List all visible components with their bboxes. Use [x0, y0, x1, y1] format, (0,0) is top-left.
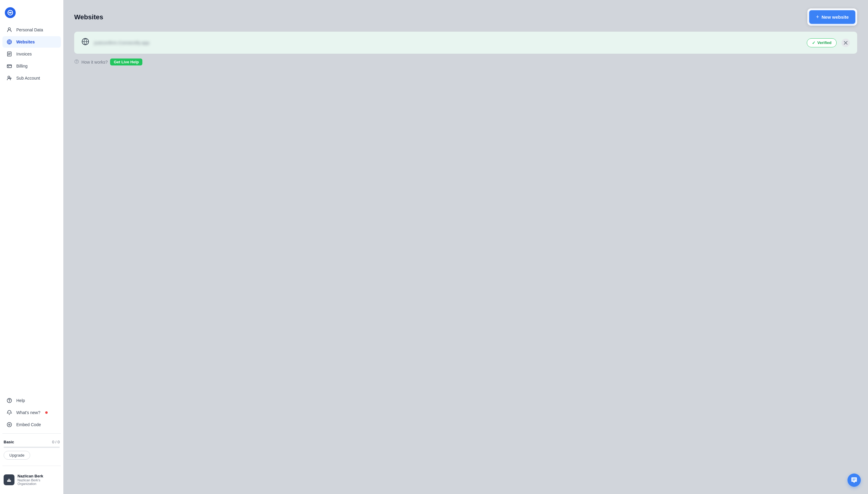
svg-point-6 — [8, 76, 9, 78]
sidebar-item-sub-account[interactable]: Sub Account — [2, 72, 61, 84]
svg-point-9 — [9, 424, 10, 425]
upgrade-button[interactable]: Upgrade — [4, 451, 30, 460]
billing-icon — [6, 63, 13, 69]
website-row: justconfirm.Connectify.app ✓ Verified — [74, 32, 857, 54]
embed-icon — [6, 422, 13, 428]
verified-badge: ✓ Verified — [807, 38, 837, 48]
user-org: Nazlican Berk's Organization — [18, 478, 60, 486]
remove-website-button[interactable] — [842, 39, 850, 47]
divider-2 — [2, 466, 61, 466]
sidebar-item-label: Embed Code — [16, 422, 41, 427]
logo-area[interactable] — [0, 5, 63, 24]
sidebar-item-label: Personal Data — [16, 27, 43, 32]
sidebar-item-personal-data[interactable]: Personal Data — [2, 24, 61, 36]
check-icon: ✓ — [812, 40, 815, 45]
question-circle-icon — [74, 59, 79, 65]
websites-list: justconfirm.Connectify.app ✓ Verified Ho… — [63, 32, 868, 76]
app-logo[interactable] — [5, 7, 16, 18]
sidebar: Personal Data Websites Invoices — [0, 0, 63, 494]
sidebar-item-help[interactable]: Help — [2, 395, 61, 406]
globe-icon — [6, 39, 13, 45]
invoice-icon — [6, 51, 13, 57]
new-website-label: New website — [822, 15, 849, 20]
sidebar-item-label: Invoices — [16, 52, 32, 56]
user-info: Nazlican Berk Nazlican Berk's Organizati… — [18, 474, 60, 486]
notification-dot — [45, 411, 47, 414]
bell-icon — [6, 410, 13, 415]
website-url: justconfirm.Connectify.app — [94, 40, 802, 45]
sidebar-nav: Personal Data Websites Invoices — [0, 24, 63, 210]
svg-point-8 — [7, 422, 12, 427]
sidebar-item-embed-code[interactable]: Embed Code — [2, 419, 61, 430]
sidebar-item-label: Billing — [16, 64, 27, 69]
usage-section: Basic 0 / 0 Upgrade — [0, 437, 63, 463]
how-it-works-text: How it works? — [81, 60, 108, 64]
new-website-button[interactable]: + New website — [809, 10, 855, 24]
sidebar-item-label: Sub Account — [16, 76, 40, 80]
main-content: Websites + New website justconfirm.Conne… — [63, 0, 868, 494]
svg-rect-4 — [7, 65, 12, 68]
page-title: Websites — [74, 13, 103, 21]
usage-bar — [4, 446, 60, 448]
sub-account-icon — [6, 75, 13, 81]
user-name: Nazlican Berk — [18, 474, 60, 478]
sidebar-item-whats-new[interactable]: What's new? — [2, 407, 61, 418]
sidebar-item-invoices[interactable]: Invoices — [2, 48, 61, 60]
avatar — [4, 474, 15, 485]
svg-point-1 — [8, 28, 10, 30]
main-header: Websites + New website — [63, 0, 868, 32]
divider — [2, 433, 61, 434]
get-live-help-button[interactable]: Get Live Help — [110, 58, 142, 65]
verified-label: Verified — [817, 40, 831, 45]
sidebar-bottom: Help What's new? Embed Code — [0, 395, 63, 430]
plan-label: Basic — [4, 440, 14, 444]
svg-rect-5 — [8, 66, 9, 67]
website-globe-icon — [81, 38, 89, 48]
plus-icon: + — [816, 14, 819, 20]
help-icon — [6, 398, 13, 403]
new-website-wrapper: + New website — [807, 8, 857, 26]
sidebar-item-websites[interactable]: Websites — [2, 36, 61, 48]
user-profile[interactable]: Nazlican Berk Nazlican Berk's Organizati… — [0, 470, 63, 489]
usage-count: 0 / 0 — [52, 440, 60, 444]
svg-rect-11 — [8, 479, 9, 480]
svg-rect-10 — [7, 480, 11, 482]
sidebar-item-billing[interactable]: Billing — [2, 60, 61, 72]
sidebar-item-label: Websites — [16, 39, 35, 44]
chat-widget[interactable] — [848, 474, 861, 487]
sidebar-item-label: Help — [16, 398, 25, 403]
person-icon — [6, 27, 13, 33]
sidebar-item-label: What's new? — [16, 410, 40, 415]
how-it-works: How it works? Get Live Help — [74, 58, 857, 65]
